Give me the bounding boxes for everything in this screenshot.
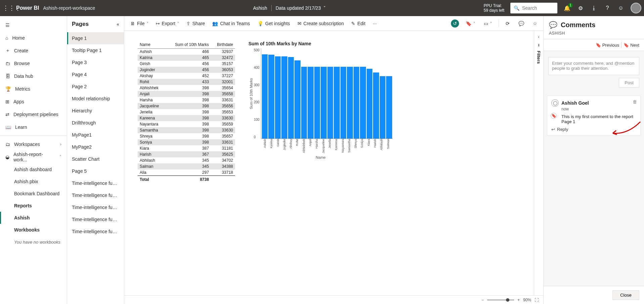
comment-bookmark-icon[interactable]: 🔖 — [551, 113, 557, 119]
bar-chart-visual[interactable]: Sum of 10th Marks by Name Sum of 10th Ma… — [248, 41, 393, 159]
bookmark-dropdown[interactable]: 🔖˅ — [464, 19, 477, 28]
reset-view-button[interactable]: ↺ — [451, 19, 459, 28]
refresh-button[interactable]: ⟳ — [504, 19, 512, 28]
nav-sub-workbooks[interactable]: Workbooks — [0, 224, 67, 236]
nav-pipelines[interactable]: ⇄Deployment pipelines — [0, 108, 67, 121]
table-row[interactable]: Soniya39833631 — [138, 139, 235, 145]
table-row[interactable]: Samantha39833630 — [138, 127, 235, 133]
table-row[interactable]: Alia29733718 — [138, 169, 235, 176]
page-item[interactable]: Time-intelligence func... — [67, 213, 124, 225]
table-row[interactable]: Shreya39835657 — [138, 133, 235, 139]
bar[interactable] — [301, 67, 307, 139]
col-marks[interactable]: Sum of 10th Marks — [166, 41, 211, 49]
nav-toggle[interactable]: ☰ — [0, 19, 67, 32]
page-item[interactable]: Tooltip Page 1 — [67, 44, 124, 56]
bar[interactable] — [327, 67, 333, 139]
table-row[interactable]: Nayantara39835659 — [138, 121, 235, 127]
bar[interactable] — [367, 69, 373, 139]
table-row[interactable]: Kiara38731181 — [138, 145, 235, 151]
bar[interactable] — [281, 56, 287, 139]
col-name[interactable]: Name — [138, 41, 166, 49]
page-item[interactable]: MyPage1 — [67, 129, 124, 141]
table-row[interactable]: Katrina46532472 — [138, 55, 235, 61]
bar[interactable] — [308, 67, 314, 139]
previous-comment-button[interactable]: 🔖Previous — [596, 42, 619, 48]
avatar[interactable] — [631, 3, 641, 13]
nav-home[interactable]: ⌂Home — [0, 32, 67, 44]
table-row[interactable]: Salman34534388 — [138, 163, 235, 169]
help-icon[interactable]: ? — [604, 5, 611, 11]
bar[interactable] — [373, 72, 379, 139]
reply-button[interactable]: ↩Reply — [551, 127, 636, 132]
page-item[interactable]: Drillthrough — [67, 117, 124, 129]
comment-textarea[interactable]: Enter your comments here, and @mention p… — [548, 57, 639, 75]
nav-current-workspace[interactable]: ◒Ashish-report-work...˄ — [0, 151, 67, 163]
zoom-slider[interactable] — [487, 300, 514, 300]
file-menu[interactable]: 🗎File˅ — [128, 19, 150, 28]
table-row[interactable]: Jenelia39835653 — [138, 109, 235, 115]
table-row[interactable]: Harsha39833631 — [138, 97, 235, 103]
notifications-icon[interactable]: 🔔1 — [563, 5, 571, 11]
nav-apps[interactable]: ⊞Apps — [0, 95, 67, 108]
table-row[interactable]: Abhishhek39835654 — [138, 85, 235, 91]
page-item[interactable]: Page 5 — [67, 165, 124, 177]
page-item[interactable]: Time-intelligence func... — [67, 177, 124, 189]
nav-create[interactable]: ＋Create — [0, 44, 67, 57]
export-menu[interactable]: ↦Export˅ — [154, 19, 181, 28]
bar[interactable] — [380, 76, 386, 139]
settings-icon[interactable]: ⚙ — [577, 5, 584, 11]
view-dropdown[interactable]: ▭˅ — [482, 19, 494, 28]
bar[interactable] — [262, 54, 268, 139]
bar[interactable] — [275, 56, 281, 139]
bar[interactable] — [288, 57, 294, 139]
share-button[interactable]: ⇪Share — [184, 19, 207, 28]
app-launcher-icon[interactable]: ⋮⋮⋮ — [3, 4, 16, 12]
table-row[interactable]: Kareena39833630 — [138, 115, 235, 121]
nav-sub-bookmark-dash[interactable]: Bookmark Dashboard — [0, 188, 67, 200]
favorite-button[interactable]: ☆ — [531, 19, 539, 28]
bar[interactable] — [354, 67, 360, 139]
zoom-out-button[interactable]: − — [481, 298, 484, 302]
bar[interactable] — [340, 67, 347, 139]
table-visual[interactable]: Name Sum of 10th Marks Birthdate Ashish4… — [138, 41, 235, 183]
nav-datahub[interactable]: 🗄Data hub — [0, 70, 67, 83]
workspace-name[interactable]: Ashish-report-workspace — [43, 5, 95, 11]
post-button[interactable]: Post — [619, 78, 639, 88]
nav-metrics[interactable]: 🏆Metrics — [0, 83, 67, 95]
table-row[interactable]: Rohit43332001 — [138, 79, 235, 85]
page-item[interactable]: Hierarchy — [67, 105, 124, 117]
nav-learn[interactable]: 📖Learn — [0, 121, 67, 134]
page-item[interactable]: Page 3 — [67, 56, 124, 68]
bar[interactable] — [386, 76, 392, 139]
subscription-button[interactable]: ✉Create subscription — [295, 19, 346, 28]
nav-workspaces[interactable]: 🗂Workspaces› — [0, 138, 67, 151]
expand-filters-icon[interactable]: ‹ — [538, 34, 539, 39]
page-item[interactable]: Page 1 — [67, 32, 124, 44]
fit-page-button[interactable]: ⛶ — [535, 298, 539, 302]
delete-comment-icon[interactable]: 🗑 — [633, 99, 637, 104]
download-icon[interactable]: ⭳ — [590, 5, 598, 11]
page-item[interactable]: Time-intelligence func... — [67, 201, 124, 213]
bar[interactable] — [314, 67, 320, 139]
feedback-icon[interactable]: ☺ — [617, 5, 625, 11]
insights-button[interactable]: 💡Get insights — [256, 19, 292, 28]
filters-pane-collapsed[interactable]: ‹ ⫾ Filters — [534, 31, 543, 295]
collapse-pages-icon[interactable]: « — [117, 21, 119, 27]
nav-sub-dashboard[interactable]: Ashish dashboard — [0, 163, 67, 175]
bar[interactable] — [347, 67, 353, 139]
col-birthdate[interactable]: Birthdate — [211, 41, 235, 49]
nav-sub-reports[interactable]: Reports — [0, 200, 67, 212]
data-updated-label[interactable]: Data updated 2/17/23 ˅ — [276, 5, 326, 11]
comment-toggle[interactable]: 💬 — [516, 19, 526, 28]
nav-browse[interactable]: 🗀Browse — [0, 57, 67, 70]
bar[interactable] — [321, 67, 327, 139]
chat-teams-button[interactable]: 👥Chat in Teams — [210, 19, 252, 28]
page-item[interactable]: Page 4 — [67, 68, 124, 81]
table-row[interactable]: Girish45635157 — [138, 61, 235, 67]
bar[interactable] — [360, 67, 366, 139]
page-item[interactable]: Scatter Chart — [67, 153, 124, 165]
search-input[interactable]: 🔍 Search — [510, 3, 557, 13]
zoom-in-button[interactable]: + — [517, 298, 520, 302]
bar[interactable] — [268, 55, 274, 139]
bar[interactable] — [334, 67, 340, 139]
